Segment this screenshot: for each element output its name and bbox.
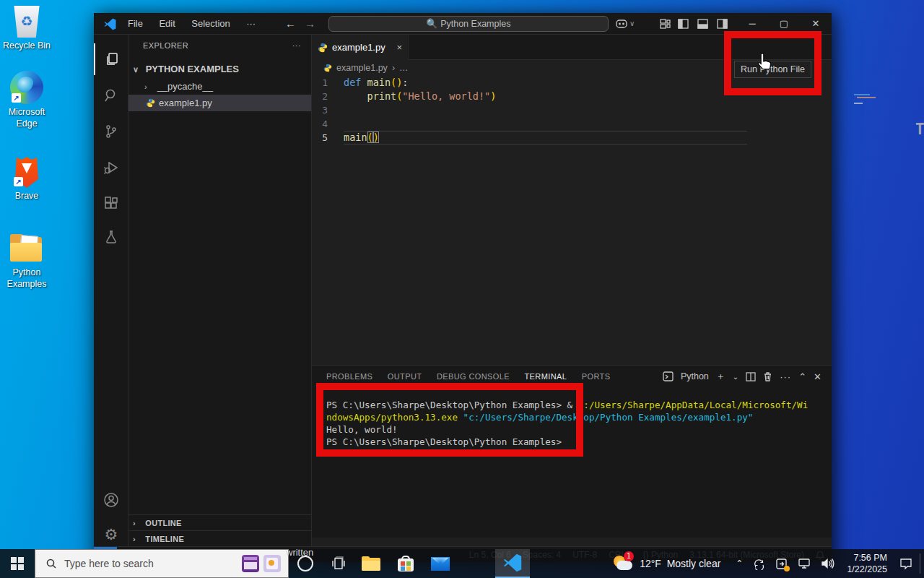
panel-more-icon[interactable]: ···	[780, 371, 791, 382]
weather-icon: 1	[612, 554, 634, 573]
tree-item-example1[interactable]: example1.py	[128, 95, 311, 111]
code-line[interactable]: 5main()	[312, 131, 832, 144]
nav-forward-icon[interactable]: →	[305, 13, 315, 35]
search-icon	[103, 87, 119, 103]
tray-date: 1/22/2025	[847, 564, 887, 575]
tray-expand-chevron-icon[interactable]: ⌃	[736, 558, 743, 569]
code-text: print("Hello, world!")	[344, 90, 496, 103]
notification-badge: 1	[624, 551, 634, 561]
shortcut-arrow-icon: ↗	[14, 177, 23, 186]
volume-icon[interactable]	[821, 558, 834, 569]
desktop-screen: ♻ Recycle Bin ↗ Microsoft Edge ↗ Brave P…	[0, 0, 924, 578]
activitybar-explorer[interactable]	[94, 43, 128, 75]
desktop-icon-brave[interactable]: ↗ Brave	[0, 155, 53, 202]
news-interest-icon[interactable]	[263, 555, 281, 572]
chevron-right-icon: ›	[133, 531, 143, 547]
menu-selection[interactable]: Selection	[185, 13, 236, 35]
alert-dot	[784, 566, 790, 571]
breadcrumb-more[interactable]: …	[399, 63, 409, 73]
kill-terminal-trash-icon[interactable]	[763, 371, 772, 381]
tree-item-pycache[interactable]: › __pycache__	[128, 78, 311, 95]
network-icon[interactable]	[798, 558, 811, 569]
action-center-icon[interactable]	[899, 558, 912, 570]
explorer-title: EXPLORER	[143, 41, 188, 50]
copilot-chevron-icon[interactable]: ∨	[629, 13, 635, 35]
shell-label[interactable]: Python	[681, 371, 709, 381]
run-debug-icon	[103, 160, 119, 176]
folder-icon	[9, 233, 45, 264]
windows-logo-icon	[11, 557, 24, 570]
toggle-sidebar-icon[interactable]	[678, 19, 689, 29]
annotation-box-terminal-output	[316, 383, 583, 457]
shortcut-arrow-icon: ↗	[12, 93, 21, 103]
store-icon	[398, 556, 414, 571]
split-terminal-icon[interactable]	[746, 372, 756, 381]
command-center-search[interactable]: 🔍Python Examples	[328, 16, 609, 32]
weather-condition: Mostly clear	[667, 558, 721, 569]
tree-root-python-examples[interactable]: ∨ PYTHON EXAMPLES	[128, 61, 311, 77]
menu-more[interactable]: ···	[240, 13, 262, 35]
tab-ports[interactable]: PORTS	[582, 366, 611, 387]
minimap[interactable]	[854, 94, 876, 105]
explorer-more-icon[interactable]: ···	[292, 35, 301, 56]
task-view-button[interactable]	[321, 549, 356, 578]
breadcrumb-file[interactable]: example1.py	[336, 63, 388, 73]
mail-icon	[431, 557, 450, 571]
taskbar: Type here to search	[0, 549, 924, 578]
activitybar-run-debug[interactable]	[94, 152, 128, 184]
code-editor[interactable]: 1def main():2 print("Hello, world!")345m…	[312, 76, 832, 365]
line-number: 5	[312, 131, 344, 144]
tab-example1[interactable]: example1.py ×	[312, 35, 409, 60]
windows-update-icon[interactable]	[775, 558, 788, 570]
microsoft-store-button[interactable]	[388, 549, 423, 578]
onedrive-sync-icon[interactable]	[753, 558, 765, 570]
code-line[interactable]: 3	[312, 103, 832, 117]
copilot-icon[interactable]	[615, 18, 628, 30]
toggle-secondary-sidebar-icon[interactable]	[717, 19, 728, 29]
tray-time: 7:56 PM	[847, 552, 887, 564]
code-line[interactable]: 4	[312, 117, 832, 131]
tab-close-icon[interactable]: ×	[396, 42, 402, 53]
panel-maximize-chevron-icon[interactable]: ⌃	[798, 371, 806, 382]
activitybar-extensions[interactable]	[94, 188, 128, 220]
extensions-icon	[103, 196, 119, 212]
chevron-down-icon: ∨	[133, 61, 143, 78]
activitybar-testing[interactable]	[94, 221, 128, 253]
brave-button[interactable]	[458, 549, 492, 578]
activitybar-source-control[interactable]	[94, 116, 128, 147]
menu-edit[interactable]: Edit	[152, 13, 181, 35]
menu-file[interactable]: File	[121, 13, 149, 35]
line-number: 1	[312, 76, 344, 90]
new-terminal-icon[interactable]: ＋	[716, 370, 725, 383]
taskbar-search-input[interactable]: Type here to search	[35, 549, 289, 578]
line-number: 2	[312, 90, 344, 103]
mail-button[interactable]	[423, 549, 458, 578]
breadcrumb-chevron-icon: ›	[392, 63, 395, 73]
movie-moments-icon[interactable]	[242, 555, 259, 572]
menubar: File Edit Selection ···	[121, 13, 262, 35]
desktop-icon-label: Python Examples	[0, 267, 53, 290]
search-icon	[45, 558, 57, 569]
vscode-taskbar-button[interactable]	[495, 549, 530, 578]
clock[interactable]: 7:56 PM 1/22/2025	[847, 552, 887, 575]
nav-back-icon[interactable]: ←	[285, 13, 296, 35]
file-explorer-button[interactable]	[354, 549, 388, 578]
desktop-icon-recycle-bin[interactable]: ♻ Recycle Bin	[0, 6, 53, 51]
start-button[interactable]	[0, 549, 35, 578]
panel-close-icon[interactable]: ✕	[814, 371, 821, 382]
new-terminal-chevron-icon[interactable]: ⌄	[733, 373, 738, 381]
outline-section[interactable]: › OUTLINE	[128, 514, 311, 530]
toggle-panel-icon[interactable]	[697, 19, 708, 29]
account-icon	[103, 492, 119, 508]
activitybar-search[interactable]	[94, 79, 128, 111]
customize-layout-icon[interactable]	[660, 19, 671, 29]
weather-widget[interactable]: 1 12°F Mostly clear	[612, 554, 720, 573]
show-desktop-divider[interactable]	[920, 553, 920, 574]
beaker-icon	[103, 229, 119, 245]
desktop-icon-label: Recycle Bin	[0, 40, 53, 51]
desktop-icon-edge[interactable]: ↗ Microsoft Edge	[0, 71, 53, 129]
timeline-section[interactable]: › TIMELINE	[128, 530, 311, 546]
desktop-icon-python-examples[interactable]: Python Examples	[0, 233, 53, 290]
activitybar-accounts[interactable]	[94, 484, 128, 516]
panel-actions: Python ＋ ⌄ ··· ⌃ ✕	[663, 366, 821, 387]
